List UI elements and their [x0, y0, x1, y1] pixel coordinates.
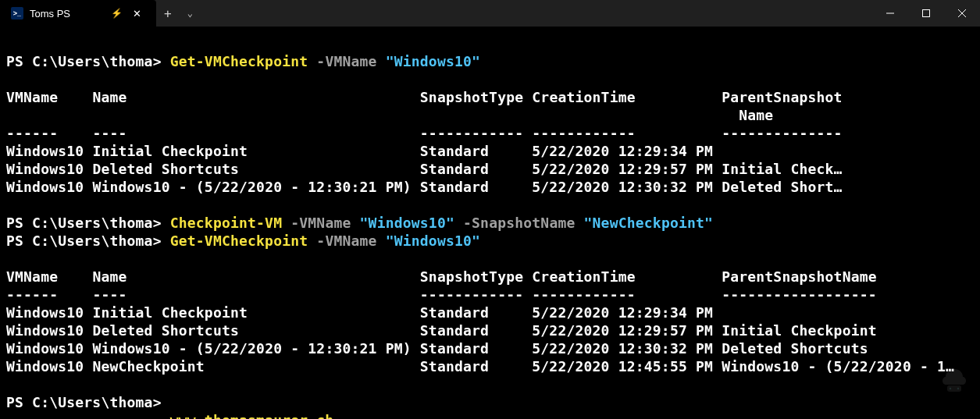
col-name: Name: [92, 268, 127, 285]
cell: Initial Checkpoint: [92, 143, 248, 159]
dash: ------------: [532, 125, 635, 141]
col-snapshot: SnapshotType: [420, 89, 523, 105]
table-header-line2: Name: [6, 107, 773, 123]
svg-rect-6: [947, 385, 961, 392]
table-row: Windows10 Windows10 - (5/22/2020 - 12:30…: [6, 340, 868, 357]
cell: Windows10: [6, 322, 84, 339]
col-vmname: VMName: [6, 89, 58, 105]
close-window-button[interactable]: [944, 0, 980, 27]
table-header: VMName Name SnapshotType CreationTime Pa…: [6, 268, 877, 285]
cell: Deleted Shortcuts: [92, 161, 239, 177]
table-row: Windows10 Deleted Shortcuts Standard 5/2…: [6, 161, 843, 177]
dash: ------------------: [722, 286, 877, 303]
prompt: PS C:\Users\thoma>: [6, 394, 162, 410]
cell: Deleted Short…: [722, 179, 843, 195]
param: -SnapshotName: [463, 215, 575, 231]
new-tab-button[interactable]: +: [156, 0, 180, 27]
svg-rect-1: [923, 10, 930, 17]
cell: Windows10 - (5/22/2020 - 12:30:21 PM): [92, 179, 411, 195]
cell: Windows10: [6, 143, 84, 159]
watermark-icon: [936, 360, 972, 396]
cell: Standard: [420, 179, 489, 195]
cell: 5/22/2020 12:29:57 PM: [532, 161, 713, 177]
dash: ------: [6, 286, 58, 303]
cell: Windows10 - (5/22/2020 - 1…: [722, 358, 954, 375]
cell: Windows10: [6, 340, 84, 357]
cell: Windows10: [6, 179, 84, 195]
arg: "NewCheckpoint": [584, 215, 714, 231]
table-header: VMName Name SnapshotType CreationTime Pa…: [6, 89, 843, 105]
col-creation: CreationTime: [532, 89, 635, 105]
arg: "Windows10": [360, 215, 454, 231]
cmdlet: Checkpoint-VM: [170, 215, 282, 231]
table-row: Windows10 Initial Checkpoint Standard 5/…: [6, 143, 713, 159]
powershell-icon: >_: [11, 7, 23, 20]
bolt-icon: ⚡: [111, 8, 123, 19]
cell: Deleted Shortcuts: [722, 340, 868, 357]
cell: Initial Checkpoint: [722, 322, 877, 339]
dash: ----: [92, 286, 127, 303]
tab-dropdown-button[interactable]: ⌄: [180, 0, 201, 27]
window-controls: [872, 0, 980, 27]
col-parent: ParentSnapshotName: [722, 268, 877, 285]
cell: 5/22/2020 12:45:55 PM: [532, 358, 713, 375]
cell: Standard: [420, 322, 489, 339]
cmdlet: Get-VMCheckpoint: [170, 53, 308, 69]
titlebar: >_ Toms PS ⚡ ✕ + ⌄: [0, 0, 980, 27]
cell: Windows10: [6, 304, 84, 321]
cell: 5/22/2020 12:29:34 PM: [532, 143, 713, 159]
cell: Standard: [420, 358, 489, 375]
param: -VMName: [290, 215, 351, 231]
maximize-button[interactable]: [908, 0, 944, 27]
param: -VMName: [316, 233, 376, 249]
cell: 5/22/2020 12:29:57 PM: [532, 322, 713, 339]
cell: Standard: [420, 143, 489, 159]
arg: "Windows10": [386, 53, 480, 69]
cell: Windows10: [6, 161, 84, 177]
cmdlet: Get-VMCheckpoint: [170, 233, 308, 249]
arg: "Windows10": [386, 233, 480, 249]
prompt: PS C:\Users\thoma>: [6, 233, 162, 249]
table-row: Windows10 NewCheckpoint Standard 5/22/20…: [6, 358, 954, 375]
col-creation: CreationTime: [532, 268, 635, 285]
cell: Initial Checkpoint: [92, 304, 248, 321]
tab-active[interactable]: >_ Toms PS ⚡ ✕: [0, 0, 156, 27]
tab-close-button[interactable]: ✕: [129, 6, 145, 21]
col-parent: ParentSnapshot: [722, 89, 843, 105]
titlebar-left: >_ Toms PS ⚡ ✕ + ⌄: [0, 0, 201, 27]
dash: ----: [92, 125, 127, 141]
cell: Windows10: [6, 358, 84, 375]
cell: NewCheckpoint: [92, 358, 204, 375]
table-dashes: ------ ---- ------------ ------------ --…: [6, 125, 843, 141]
cell: Deleted Shortcuts: [92, 322, 239, 339]
svg-point-8: [957, 388, 959, 389]
terminal-output[interactable]: PS C:\Users\thoma> Get-VMCheckpoint -VMN…: [0, 27, 980, 419]
dash: --------------: [722, 125, 843, 141]
cell: Standard: [420, 161, 489, 177]
col-vmname: VMName: [6, 268, 58, 285]
col-snapshot: SnapshotType: [420, 268, 523, 285]
cell: Standard: [420, 304, 489, 321]
prompt: PS C:\Users\thoma>: [6, 215, 162, 231]
table-row: Windows10 Deleted Shortcuts Standard 5/2…: [6, 322, 877, 339]
cell: Standard: [420, 340, 489, 357]
cell: 5/22/2020 12:30:32 PM: [532, 340, 713, 357]
col-parent-2: Name: [739, 107, 773, 123]
dash: ------------: [420, 125, 523, 141]
prompt: PS C:\Users\thoma>: [6, 53, 162, 69]
table-row: Windows10 Windows10 - (5/22/2020 - 12:30…: [6, 179, 843, 195]
footer-url: www.thomasmaurer.ch: [170, 412, 334, 419]
param: -VMName: [316, 53, 376, 69]
svg-point-7: [950, 388, 951, 389]
dash: ------------: [420, 286, 523, 303]
cell: Windows10 - (5/22/2020 - 12:30:21 PM): [92, 340, 411, 357]
tab-title: Toms PS: [30, 8, 105, 20]
cell: Initial Check…: [722, 161, 843, 177]
dash: ------: [6, 125, 58, 141]
table-row: Windows10 Initial Checkpoint Standard 5/…: [6, 304, 713, 321]
col-name: Name: [92, 89, 127, 105]
minimize-button[interactable]: [872, 0, 908, 27]
dash: ------------: [532, 286, 635, 303]
cell: 5/22/2020 12:29:34 PM: [532, 304, 713, 321]
cell: 5/22/2020 12:30:32 PM: [532, 179, 713, 195]
